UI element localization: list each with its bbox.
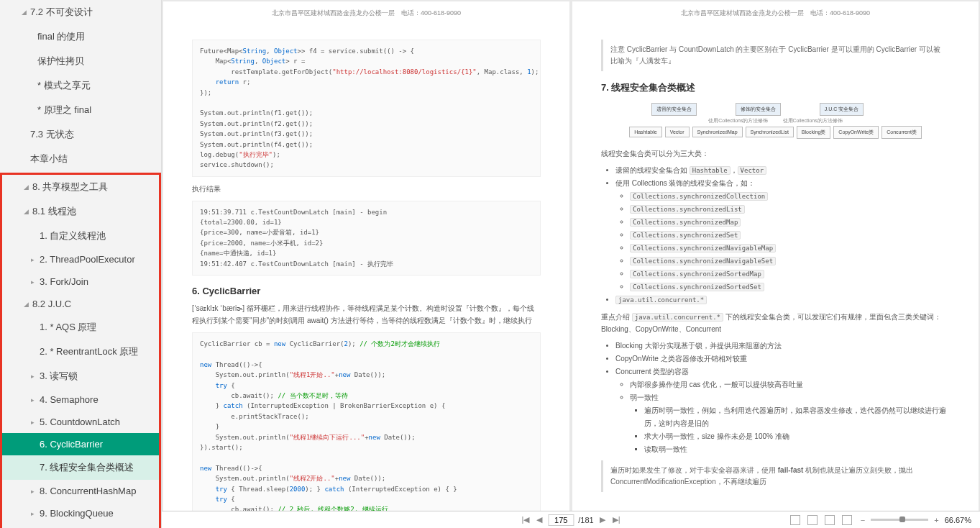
zoom-in-button[interactable]: + [933,516,940,524]
focus-paragraph: 重点介绍 java.util.concurrent.* 下的线程安全集合类，可以… [601,311,950,335]
chevron-icon: ▸ [31,256,38,263]
sidebar-item[interactable]: 2. * ReentrantLock 原理 [2,340,159,364]
sidebar-item[interactable]: ◢7.2 不可变设计 [0,0,161,24]
page-total: /181 [578,516,593,524]
diagram-box: Concurrent类 [881,126,922,139]
diagram-box: Blocking类 [797,126,830,139]
sidebar-item[interactable]: 7.3 无状态 [0,122,161,147]
zoom-percent: 66.67% [945,516,971,524]
sidebar-item-label: 1. 自定义线程池 [40,229,106,242]
diagram-box: SynchronizedList [746,127,794,137]
document-viewer: 北京市昌平区建材城西路金燕龙办公楼一层 电话：400-618-9090 Futu… [162,0,980,528]
sidebar-item-label: 3. 读写锁 [40,370,78,383]
page-right: 北京市昌平区建材城西路金燕龙办公楼一层 电话：400-618-9090 注意 C… [572,1,979,527]
sidebar-item-label: 2. * ReentrantLock 原理 [40,345,138,358]
chevron-icon: ▸ [31,278,38,286]
diagram-box: 遗留的安全集合 [651,103,697,116]
closing-quote: 遍历时如果发生了修改，对于非安全容器来讲，使用 fail-fast 机制也就是让… [601,460,950,492]
sidebar-item[interactable]: ◢8.1 线程池 [2,199,159,224]
sidebar-item[interactable]: ▸3. Fork/Join [2,270,159,293]
page-header: 北京市昌平区建材城西路金燕龙办公楼一层 电话：400-618-9090 [192,9,541,18]
diagram-box: Hashtable [629,127,662,137]
footer-toolbar: |◀ ◀ /181 ▶ ▶| − + 66.67% [162,511,980,528]
chevron-icon: ◢ [24,183,31,191]
collections-diagram: 遗留的安全集合修饰的安全集合J.U.C 安全集合 使用Collections的方… [601,101,950,140]
quote-note: 注意 CyclicBarrier 与 CountDownLatch 的主要区别在… [601,40,950,71]
sidebar-item-label: 8.1 线程池 [32,205,76,218]
sidebar-nav[interactable]: ◢7.2 不可变设计final 的使用保护性拷贝* 模式之享元* 原理之 fin… [0,0,162,528]
page-header: 北京市昌平区建材城西路金燕龙办公楼一层 电话：400-618-9090 [601,9,950,18]
sidebar-item-label: * 原理之 final [37,104,91,117]
sidebar-item-label: 7.3 无状态 [30,128,74,141]
highlighted-section: ◢8. 共享模型之工具◢8.1 线程池1. 自定义线程池▸2. ThreadPo… [0,173,161,528]
chevron-icon: ◢ [24,301,31,308]
chevron-icon: ◢ [24,208,31,215]
sidebar-item-label: 本章小结 [30,153,68,165]
code-block-output: 19:51:39.711 c.TestCountDownLatch [main]… [192,201,541,276]
chevron-icon: ▸ [31,396,38,404]
page-number-input[interactable] [548,514,574,526]
sidebar-item-label: 9. BlockingQueue [40,508,114,519]
sidebar-item-label: 2. ThreadPoolExecutor [40,254,135,265]
last-page-button[interactable]: ▶| [611,515,622,524]
sidebar-item[interactable]: 6. CyclicBarrier [2,433,159,455]
sidebar-item-label: 7. 线程安全集合类概述 [40,461,134,474]
zoom-out-button[interactable]: − [859,516,866,524]
sidebar-item[interactable]: ▸5. CountdownLatch [2,411,159,433]
diagram-box: 修饰的安全集合 [736,103,781,116]
sidebar-item[interactable]: ▸8. ConcurrentHashMap [2,480,159,502]
next-page-button[interactable]: ▶ [598,515,607,524]
page-left: 北京市昌平区建材城西路金燕龙办公楼一层 电话：400-618-9090 Futu… [163,1,569,527]
sidebar-item[interactable]: * 模式之享元 [0,73,161,98]
diagram-box: J.U.C 安全集合 [820,103,864,116]
sidebar-item[interactable]: ▸9. BlockingQueue [2,502,159,524]
chevron-icon: ▸ [31,488,38,495]
sidebar-item[interactable]: 本章小结 [0,147,161,171]
sidebar-item[interactable]: * 原理之 final [0,98,161,122]
sidebar-item-label: 8. 共享模型之工具 [32,181,108,194]
code-block: CyclicBarrier cb = new CyclicBarrier(2);… [192,332,541,527]
sidebar-item[interactable]: 1. 自定义线程池 [2,224,159,248]
sidebar-item-label: 7.2 不可变设计 [30,6,93,19]
sidebar-item-label: * 模式之享元 [37,79,91,92]
diagram-box: CopyOnWrite类 [833,126,879,139]
view-mode-icon[interactable] [825,515,835,525]
view-mode-icon[interactable] [842,515,852,525]
sidebar-item[interactable]: ▸2. ThreadPoolExecutor [2,248,159,270]
chevron-icon: ▸ [31,373,38,380]
sidebar-item[interactable]: 7. 线程安全集合类概述 [2,455,159,480]
diagram-box: SynchronizedMap [692,127,743,137]
bullet-list: 遗留的线程安全集合如 Hashtable，Vector使用 Collection… [601,164,950,306]
sidebar-item[interactable]: 1. * AQS 原理 [2,315,159,340]
view-mode-icon[interactable] [807,515,818,525]
sidebar-item-label: 1. * AQS 原理 [40,321,96,334]
chevron-icon: ▸ [31,419,38,426]
zoom-slider[interactable] [871,519,928,521]
view-mode-icon[interactable] [790,515,800,525]
sidebar-item[interactable]: ▸3. 读写锁 [2,364,159,388]
first-page-button[interactable]: |◀ [520,515,531,524]
sidebar-item-label: final 的使用 [37,30,85,43]
sidebar-item-label: 保护性拷贝 [37,55,84,68]
sidebar-item[interactable]: 保护性拷贝 [0,49,161,73]
sidebar-item[interactable]: ▸4. Semaphore [2,388,159,411]
sidebar-item-label: 5. CountdownLatch [40,417,120,427]
section-title: 7. 线程安全集合类概述 [601,81,950,94]
exec-result-label: 执行结果 [192,183,541,195]
sidebar-item-label: 3. Fork/Join [40,276,88,287]
code-block: Future<Map<String, Object>> f4 = service… [192,40,541,177]
sidebar-item[interactable]: final 的使用 [0,24,161,49]
prev-page-button[interactable]: ◀ [535,515,544,524]
sidebar-item[interactable]: ◢8.2 J.U.C [2,293,159,315]
sidebar-item-label: 4. Semaphore [40,394,99,405]
chevron-icon: ▸ [31,510,38,517]
sidebar-item[interactable]: 10. ConcurrentLinkedQu... [2,524,159,528]
sidebar-item-label: 8.2 J.U.C [32,299,71,309]
bullet-list: Blocking 大部分实现基于锁，并提供用来阻塞的方法CopyOnWrite … [601,340,950,456]
chevron-icon: ◢ [22,9,29,16]
sidebar-item-label: 6. CyclicBarrier [40,439,103,450]
diagram-box: Vector [665,127,690,137]
intro-paragraph: 线程安全集合类可以分为三大类： [601,147,950,160]
sidebar-item[interactable]: ◢8. 共享模型之工具 [2,175,159,199]
section-title: 6. CyclicBarrier [192,286,541,296]
